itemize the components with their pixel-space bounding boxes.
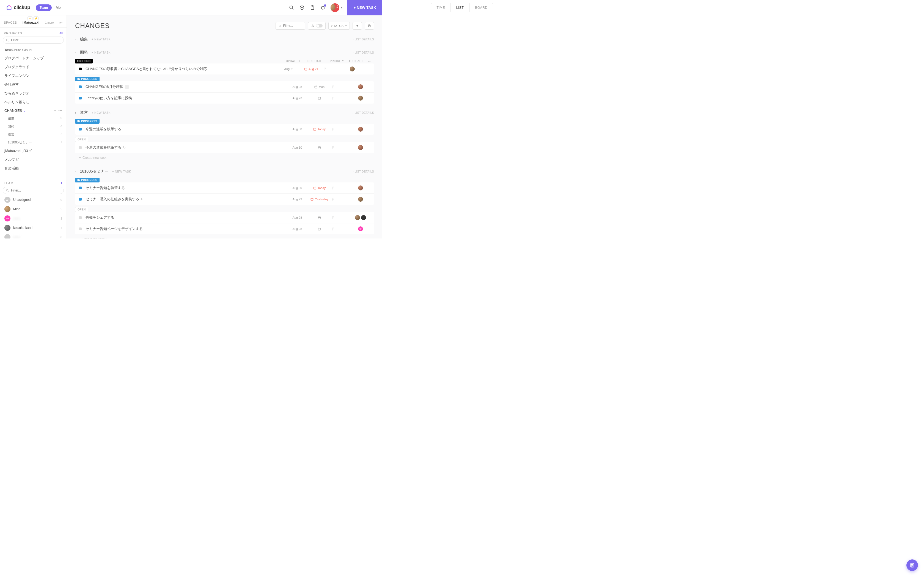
- project-item[interactable]: ライフエンジン: [0, 71, 66, 80]
- team-filter-input[interactable]: [11, 189, 61, 192]
- cube-icon[interactable]: [299, 5, 305, 10]
- create-task-link[interactable]: +Create new task: [75, 153, 374, 163]
- flag-icon[interactable]: [332, 146, 335, 150]
- flag-icon[interactable]: [332, 198, 335, 201]
- group-toggle[interactable]: ›: [75, 111, 76, 114]
- new-task-button[interactable]: + NEW TASK: [347, 0, 382, 15]
- task-priority[interactable]: [332, 227, 351, 231]
- list-details-link[interactable]: › LIST DETAILS: [352, 170, 374, 173]
- list-item[interactable]: 編集0: [0, 114, 66, 122]
- task-row[interactable]: セミナー告知ページをデザインする Aug 28 HH: [75, 223, 374, 234]
- status-dot[interactable]: [79, 146, 82, 149]
- assignee-avatar[interactable]: [357, 145, 363, 151]
- assignee-avatar[interactable]: [360, 214, 367, 221]
- user-menu[interactable]: J ▾: [331, 3, 342, 12]
- status-dot[interactable]: [79, 187, 82, 189]
- group-toggle[interactable]: ›: [75, 169, 76, 173]
- flag-icon[interactable]: [332, 227, 335, 231]
- task-row[interactable]: セミナー告知を執筆する Aug 30 Today: [75, 182, 374, 194]
- task-row[interactable]: セミナー購入の仕組みを実装する↻ Aug 29 Yesterday: [75, 194, 374, 205]
- task-row[interactable]: 告知をシェアする Aug 28: [75, 212, 374, 223]
- more-icon[interactable]: •••: [58, 108, 62, 113]
- filter-button[interactable]: [352, 22, 362, 30]
- project-item[interactable]: メルマガ: [0, 155, 66, 164]
- clipboard-icon[interactable]: [310, 5, 315, 10]
- team-item[interactable]: Unassigned0: [0, 195, 66, 205]
- assignee-avatar[interactable]: [349, 66, 355, 72]
- project-item[interactable]: ブログパートナーシップ: [0, 54, 66, 63]
- project-item[interactable]: ひらめきラジオ: [0, 89, 66, 98]
- more-icon[interactable]: •••: [366, 60, 374, 63]
- create-task-link[interactable]: +Create new task: [75, 234, 374, 239]
- status-dot[interactable]: [79, 216, 82, 219]
- star-badge[interactable]: ★: [27, 16, 32, 20]
- list-item[interactable]: 181005セミナー4: [0, 139, 66, 147]
- team-item[interactable]: ——0: [0, 232, 66, 239]
- status-dot[interactable]: [79, 227, 82, 230]
- me-toggle[interactable]: [308, 22, 326, 30]
- task-priority[interactable]: [332, 198, 351, 201]
- task-priority[interactable]: [332, 146, 351, 150]
- task-row[interactable]: 今週の連載を執筆する↻ Aug 30: [75, 142, 374, 153]
- team-item[interactable]: keisuke kanri4: [0, 223, 66, 232]
- task-due[interactable]: Today: [307, 127, 332, 131]
- status-dot[interactable]: [79, 97, 82, 100]
- task-priority[interactable]: [323, 67, 342, 71]
- assignee-avatar[interactable]: [357, 185, 363, 191]
- flag-icon[interactable]: [332, 186, 335, 190]
- spaces-tab[interactable]: SPACES: [4, 21, 17, 24]
- team-item[interactable]: HH——1: [0, 214, 66, 223]
- list-item[interactable]: 開発3: [0, 122, 66, 131]
- more-spaces[interactable]: 1 more: [45, 21, 53, 24]
- me-link[interactable]: Me: [55, 5, 60, 10]
- assignee-avatar[interactable]: [357, 84, 363, 90]
- team-filter[interactable]: [3, 187, 64, 194]
- add-team-icon[interactable]: +: [60, 181, 63, 185]
- new-task-link[interactable]: + NEW TASK: [112, 170, 131, 173]
- status-dot[interactable]: [79, 68, 82, 70]
- task-priority[interactable]: [332, 186, 351, 190]
- assignee-avatar[interactable]: [357, 126, 363, 132]
- projects-filter[interactable]: [3, 37, 64, 44]
- task-priority[interactable]: [332, 216, 351, 219]
- task-priority[interactable]: [332, 97, 351, 100]
- main-filter-input[interactable]: [283, 24, 302, 28]
- status-dropdown[interactable]: STATUS ▾: [328, 22, 350, 30]
- task-due[interactable]: [307, 97, 332, 100]
- assignee-avatar[interactable]: HH: [357, 226, 363, 232]
- project-item[interactable]: 会社経営: [0, 80, 66, 89]
- space-active-tab[interactable]: jMatsuzaki: [23, 21, 40, 24]
- task-priority[interactable]: [332, 85, 351, 89]
- project-item[interactable]: ブログクラウド: [0, 63, 66, 71]
- assignee-avatar[interactable]: [357, 95, 363, 101]
- bell-icon[interactable]: [320, 5, 326, 10]
- add-list-icon[interactable]: +: [54, 108, 57, 113]
- collapse-sidebar-icon[interactable]: ⇤: [60, 20, 63, 25]
- task-due[interactable]: [307, 227, 332, 231]
- task-due[interactable]: Aug 21: [299, 67, 323, 71]
- logo[interactable]: clickup: [6, 5, 30, 11]
- task-due[interactable]: [307, 216, 332, 219]
- list-details-link[interactable]: › LIST DETAILS: [352, 38, 374, 41]
- task-due[interactable]: Today: [307, 186, 332, 190]
- project-item[interactable]: TaskChute Cloud: [0, 46, 66, 54]
- status-dot[interactable]: [79, 85, 82, 88]
- task-due[interactable]: [307, 146, 332, 150]
- flag-icon[interactable]: [323, 67, 327, 71]
- flag-icon[interactable]: [332, 127, 335, 131]
- task-row[interactable]: CHANGESの6月分精算1 Aug 28 Mon: [75, 81, 374, 93]
- task-row[interactable]: CHANGESの領収書にCHANGESと書かれてないので分かりづらいので対応 A…: [75, 63, 374, 74]
- project-item[interactable]: jMatsuzakiブログ: [0, 147, 66, 155]
- project-item[interactable]: 音楽活動: [0, 164, 66, 173]
- task-priority[interactable]: [332, 127, 351, 131]
- new-task-link[interactable]: + NEW TASK: [92, 111, 111, 114]
- assignee-avatar[interactable]: [357, 196, 363, 202]
- flag-icon[interactable]: [332, 85, 335, 89]
- project-item[interactable]: ベルリン暮らし: [0, 98, 66, 106]
- list-details-link[interactable]: › LIST DETAILS: [352, 51, 374, 54]
- project-item-expanded[interactable]: CHANGES ⌄+•••: [0, 106, 66, 114]
- main-filter[interactable]: [276, 22, 305, 30]
- status-dot[interactable]: [79, 128, 82, 131]
- new-task-link[interactable]: + NEW TASK: [92, 38, 111, 41]
- task-row[interactable]: Feedlyの使い方を記事に投稿 Aug 23: [75, 93, 374, 103]
